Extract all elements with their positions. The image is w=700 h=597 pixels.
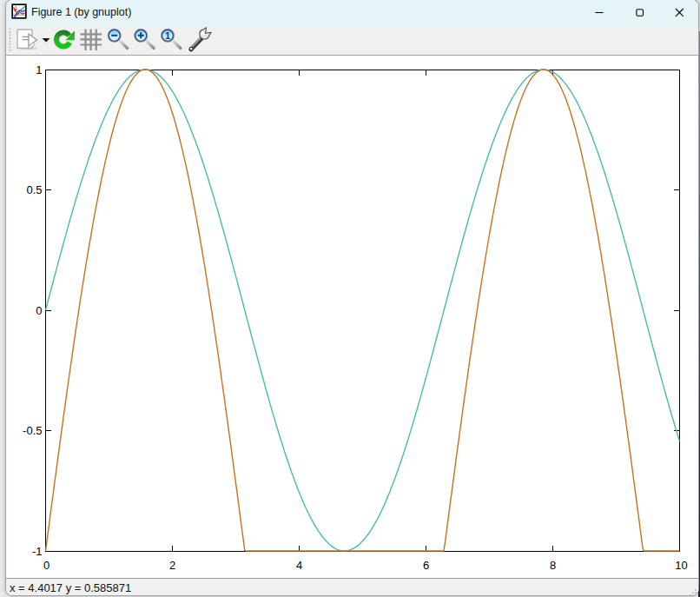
svg-text:0: 0 [43,559,50,572]
svg-text:10: 10 [675,559,687,572]
svg-text:4: 4 [296,559,302,572]
svg-text:-0.5: -0.5 [23,424,42,437]
svg-text:6: 6 [423,559,429,572]
svg-text:1: 1 [36,63,42,76]
svg-text:2: 2 [169,559,175,572]
svg-text:-1: -1 [32,545,43,558]
svg-text:1: 1 [165,30,170,41]
svg-text:0: 0 [36,304,42,317]
svg-text:8: 8 [550,559,556,572]
svg-text:0.5: 0.5 [26,183,42,196]
